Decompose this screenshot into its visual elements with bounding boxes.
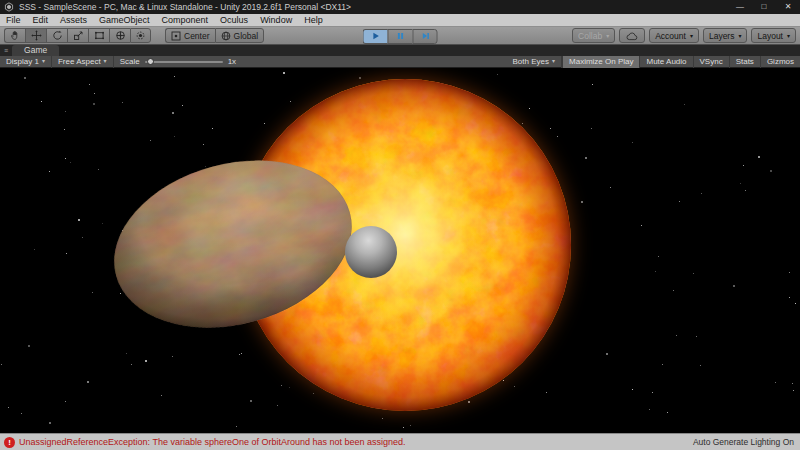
display-dropdown[interactable]: Display 1 — [0, 56, 52, 68]
collab-dropdown[interactable]: Collab — [572, 28, 615, 43]
display-dropdown-label: Display 1 — [6, 56, 39, 67]
pivot-center-label: Center — [184, 31, 210, 41]
pause-button[interactable] — [388, 29, 413, 44]
menu-item-component[interactable]: Component — [156, 14, 215, 26]
vsync-toggle[interactable]: VSync — [693, 56, 729, 68]
gizmos-label: Gizmos — [767, 56, 794, 67]
unity-editor-window: SSS - SampleScene - PC, Mac & Linux Stan… — [0, 0, 800, 450]
unity-logo-icon — [4, 2, 14, 12]
custom-tool-button[interactable] — [130, 28, 151, 43]
scale-slider-thumb[interactable] — [147, 58, 154, 65]
scale-slider[interactable] — [145, 61, 223, 63]
game-view-toolbar: Display 1 Free Aspect Scale 1x Both Eyes… — [0, 56, 800, 68]
main-toolbar: Center Global Collab — [0, 27, 800, 45]
rect-tool-button[interactable] — [88, 28, 109, 43]
mute-audio-toggle[interactable]: Mute Audio — [639, 56, 692, 68]
account-label: Account — [655, 31, 686, 41]
scale-icon — [73, 30, 84, 41]
space-global-label: Global — [234, 31, 259, 41]
close-button[interactable]: ✕ — [776, 0, 800, 14]
play-button[interactable] — [363, 29, 388, 44]
auto-generate-lighting-status[interactable]: Auto Generate Lighting On — [693, 437, 794, 447]
rotate-tool-button[interactable] — [46, 28, 67, 43]
playmode-controls — [363, 28, 438, 44]
menu-bar: File Edit Assets GameObject Component Oc… — [0, 14, 800, 27]
pivot-center-button[interactable]: Center — [165, 28, 215, 43]
menu-item-help[interactable]: Help — [298, 14, 329, 26]
menu-item-oculus[interactable]: Oculus — [214, 14, 254, 26]
rotate-icon — [52, 30, 63, 41]
game-tab-strip: ≡ Game — [0, 45, 800, 56]
tab-game[interactable]: Game — [12, 45, 59, 56]
menu-item-assets[interactable]: Assets — [54, 14, 93, 26]
both-eyes-dropdown[interactable]: Both Eyes — [507, 56, 562, 68]
game-toolbar-right: Both Eyes Maximize On Play Mute Audio VS… — [507, 56, 800, 68]
transform-icon — [115, 30, 126, 41]
both-eyes-label: Both Eyes — [513, 56, 549, 67]
hand-icon — [10, 30, 21, 41]
transform-tool-group — [4, 28, 151, 43]
small-moon — [345, 226, 397, 278]
space-global-button[interactable]: Global — [215, 28, 265, 43]
minimize-button[interactable]: — — [728, 0, 752, 14]
step-icon — [420, 31, 430, 41]
pause-icon — [396, 31, 406, 41]
window-controls: — □ ✕ — [728, 0, 800, 14]
aspect-dropdown[interactable]: Free Aspect — [52, 56, 114, 68]
custom-tool-icon — [135, 30, 146, 41]
hand-tool-button[interactable] — [4, 28, 25, 43]
maximize-on-play-toggle[interactable]: Maximize On Play — [562, 56, 639, 68]
menu-item-file[interactable]: File — [0, 14, 27, 26]
cloud-services-button[interactable] — [619, 28, 645, 43]
console-error-message[interactable]: UnassignedReferenceException: The variab… — [19, 434, 693, 450]
scale-label: Scale — [120, 57, 140, 66]
scale-control: Scale 1x — [120, 57, 236, 66]
cloud-icon — [626, 31, 638, 41]
aspect-dropdown-label: Free Aspect — [58, 56, 101, 67]
pane-menu-icon[interactable]: ≡ — [4, 45, 8, 56]
play-icon — [371, 31, 381, 41]
center-pivot-icon — [171, 31, 181, 41]
move-icon — [31, 30, 42, 41]
window-title: SSS - SampleScene - PC, Mac & Linux Stan… — [19, 2, 728, 12]
transform-tool-button[interactable] — [109, 28, 130, 43]
title-bar: SSS - SampleScene - PC, Mac & Linux Stan… — [0, 0, 800, 14]
move-tool-button[interactable] — [25, 28, 46, 43]
toolbar-right-group: Collab Account Layers Layout — [572, 28, 796, 43]
status-bar: UnassignedReferenceException: The variab… — [0, 433, 800, 450]
step-button[interactable] — [413, 29, 438, 44]
layers-dropdown[interactable]: Layers — [703, 28, 748, 43]
menu-item-gameobject[interactable]: GameObject — [93, 14, 156, 26]
account-dropdown[interactable]: Account — [649, 28, 699, 43]
scale-tool-button[interactable] — [67, 28, 88, 43]
game-render-view[interactable] — [0, 68, 800, 433]
gizmos-dropdown[interactable]: Gizmos — [760, 56, 800, 68]
rect-tool-icon — [94, 30, 105, 41]
maximize-button[interactable]: □ — [752, 0, 776, 14]
collab-label: Collab — [578, 31, 602, 41]
layout-label: Layout — [757, 31, 783, 41]
layout-dropdown[interactable]: Layout — [751, 28, 796, 43]
error-icon — [4, 437, 15, 448]
menu-item-window[interactable]: Window — [254, 14, 298, 26]
stats-toggle[interactable]: Stats — [729, 56, 760, 68]
scale-value: 1x — [228, 57, 236, 66]
globe-icon — [221, 31, 231, 41]
layers-label: Layers — [709, 31, 735, 41]
menu-item-edit[interactable]: Edit — [27, 14, 55, 26]
pivot-space-group: Center Global — [165, 28, 264, 43]
